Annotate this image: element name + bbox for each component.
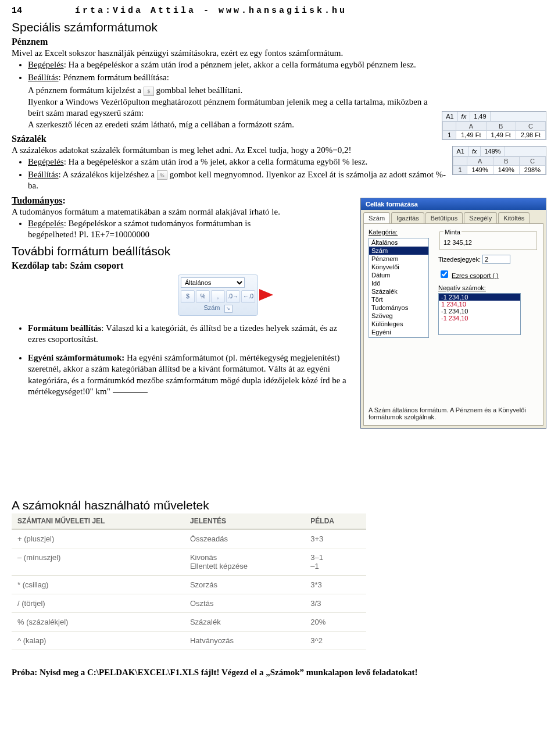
decrease-decimal-button[interactable]: ←.0: [241, 290, 255, 303]
formula-bar: A1 fx 1,49: [442, 112, 546, 122]
tab-betutipus[interactable]: Betűtípus: [425, 212, 463, 223]
thousands-label: Ezres csoport ( ): [452, 272, 499, 279]
cell-ref: A1: [453, 147, 468, 156]
decimals-label: Tizedesjegyek:: [438, 256, 481, 263]
section-operators: A számoknál használható műveletek: [12, 498, 546, 512]
section-special-formats: Speciális számformátumok: [12, 20, 546, 34]
subhead-penznem: Pénznem: [12, 37, 546, 47]
cell-b1: 149%: [493, 166, 519, 174]
formula-bar: A1 fx 149%: [453, 147, 546, 156]
label-begepeles: Begépelés: [28, 60, 64, 69]
table-row: ^ (kalap)Hatványozás3^2: [12, 631, 366, 650]
format-cells-dialog: Cellák formázása Szám Igazítás Betűtípus…: [360, 198, 546, 429]
label-beallitas: Beállítás: [28, 73, 59, 82]
cell-a1: 1,49 Ft: [456, 131, 486, 140]
penznem-intro: Mivel az Excelt sokszor használják pénzü…: [12, 48, 546, 58]
table-row: * (csillag)Szorzás3*3: [12, 575, 366, 594]
red-arrow-icon: [259, 289, 273, 301]
negative-list[interactable]: -1 234,10 1 234,10 -1 234,10 -1 234,10: [438, 293, 521, 335]
dialog-launcher-icon[interactable]: ↘: [224, 305, 233, 313]
tab-szam[interactable]: Szám: [363, 212, 390, 223]
cat-szoveg[interactable]: Szöveg: [369, 312, 428, 320]
tab-szegely[interactable]: Szegély: [464, 212, 497, 223]
cell-c1: 2,98 Ft: [516, 131, 545, 140]
thousands-checkbox[interactable]: [441, 270, 448, 278]
comma-button[interactable]: ,: [211, 290, 225, 303]
sample-value: 12 345,12: [443, 239, 533, 246]
cat-szam[interactable]: Szám: [369, 247, 428, 255]
fx-label: fx: [458, 112, 471, 121]
excel-snippet-percent: A1 fx 149% ABC 1 149% 149% 298%: [452, 146, 546, 175]
currency-icon[interactable]: $: [144, 87, 154, 96]
cat-tort[interactable]: Tört: [369, 295, 428, 304]
increase-decimal-button[interactable]: .0→: [226, 290, 240, 303]
neg-opt-4[interactable]: -1 234,10: [439, 315, 520, 322]
cell-a1: 149%: [467, 166, 493, 174]
cat-szazalek[interactable]: Százalék: [369, 287, 428, 295]
connector-line: [113, 392, 148, 393]
category-list[interactable]: Általános Szám Pénznem Könyvelői Dátum I…: [369, 238, 429, 338]
currency-button[interactable]: $: [181, 290, 195, 303]
ribbon-group-label: Szám: [203, 304, 220, 311]
author-credit: írta:Vida Attila - www.hansagiisk.hu: [75, 6, 347, 16]
tab-igazitas[interactable]: Igazítás: [391, 212, 424, 223]
neg-opt-1[interactable]: -1 234,10: [439, 294, 520, 301]
col-example: PÉLDA: [305, 513, 366, 529]
category-label: Kategória:: [369, 229, 432, 236]
cat-ido[interactable]: Idő: [369, 279, 428, 287]
more-format-bullet-1: Formátum beállítás: Válaszd ki a kategór…: [28, 323, 353, 345]
dialog-tabs: Szám Igazítás Betűtípus Szegély Kitöltés: [361, 210, 546, 223]
cat-datum[interactable]: Dátum: [369, 271, 428, 279]
sample-group: Minta 12 345,12: [439, 229, 537, 250]
col-operator: SZÁMTANI MŰVELETI JEL: [12, 513, 184, 529]
penznem-bullet-1: Begépelés: Ha a begépeléskor a szám után…: [28, 59, 546, 71]
sample-legend: Minta: [443, 229, 462, 236]
cat-egyeni[interactable]: Egyéni: [369, 328, 428, 336]
fx-value: 1,49: [470, 112, 490, 121]
operators-table: SZÁMTANI MŰVELETI JEL JELENTÉS PÉLDA + (…: [12, 513, 366, 650]
cat-kulonleges[interactable]: Különleges: [369, 320, 428, 328]
neg-opt-2[interactable]: 1 234,10: [439, 301, 520, 308]
percent-icon[interactable]: %: [157, 170, 167, 180]
cat-tudomanyos[interactable]: Tudományos: [369, 304, 428, 312]
dialog-title: Cellák formázása: [361, 198, 546, 210]
page-header: 14 írta:Vida Attila - www.hansagiisk.hu: [12, 6, 546, 16]
mini-grid: ABC 1 1,49 Ft 1,49 Ft 2,98 Ft: [442, 122, 546, 140]
cell-c1: 298%: [519, 166, 545, 174]
fx-label: fx: [468, 147, 481, 156]
cell-b1: 1,49 Ft: [486, 131, 516, 140]
decimals-input[interactable]: [482, 255, 510, 264]
excel-snippet-currency: A1 fx 1,49 ABC 1 1,49 Ft 1,49 Ft 2,98 Ft: [442, 111, 546, 140]
table-row: – (mínuszjel)Kivonás Ellentett képzése3–…: [12, 548, 366, 575]
col-meaning: JELENTÉS: [184, 513, 305, 529]
negative-label: Negatív számok:: [438, 284, 486, 291]
percent-button[interactable]: %: [196, 290, 210, 303]
tudomanyos-bullet: Begépelés: Begépeléskor a számot tudomán…: [28, 218, 278, 241]
number-format-dropdown[interactable]: Általános: [181, 277, 245, 288]
table-row: % (százalékjel)Százalék20%: [12, 612, 366, 631]
dialog-footnote: A Szám általános formátum. A Pénznem és …: [369, 406, 538, 420]
cat-konyveloi[interactable]: Könyvelői: [369, 263, 428, 271]
try-instruction: Próba: Nyisd meg a C:\PELDAK\EXCEL\F1.XL…: [12, 668, 546, 677]
table-row: + (pluszjel)Összeadás3+3: [12, 529, 366, 548]
cell-ref: A1: [442, 112, 457, 121]
ribbon-number-group: Általános $ % , .0→ ←.0 Szám ↘: [178, 274, 258, 316]
cat-penznem[interactable]: Pénznem: [369, 255, 428, 263]
neg-opt-3[interactable]: -1 234,10: [439, 308, 520, 315]
table-row: / (törtjel)Osztás3/3: [12, 594, 366, 612]
more-format-bullet-2: Egyéni számformátumok: Ha egyéni számfor…: [28, 352, 353, 398]
page-number: 14: [12, 6, 22, 16]
fx-value: 149%: [481, 147, 505, 156]
tab-kitoltes[interactable]: Kitöltés: [498, 212, 530, 223]
mini-grid: ABC 1 149% 149% 298%: [453, 156, 546, 174]
cat-altalanos[interactable]: Általános: [369, 238, 428, 247]
